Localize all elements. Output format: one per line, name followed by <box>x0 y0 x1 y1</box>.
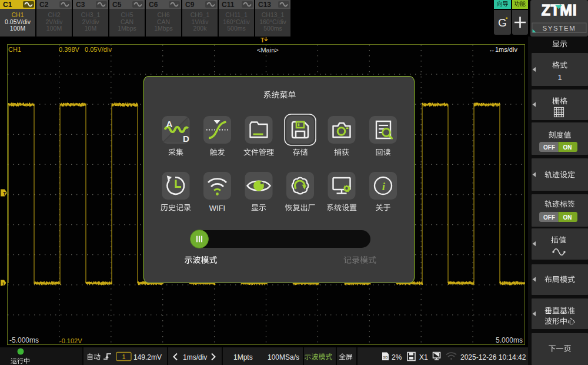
svg-text:D: D <box>183 134 189 144</box>
svg-text:i: i <box>382 180 386 193</box>
svg-text:A: A <box>166 119 173 129</box>
